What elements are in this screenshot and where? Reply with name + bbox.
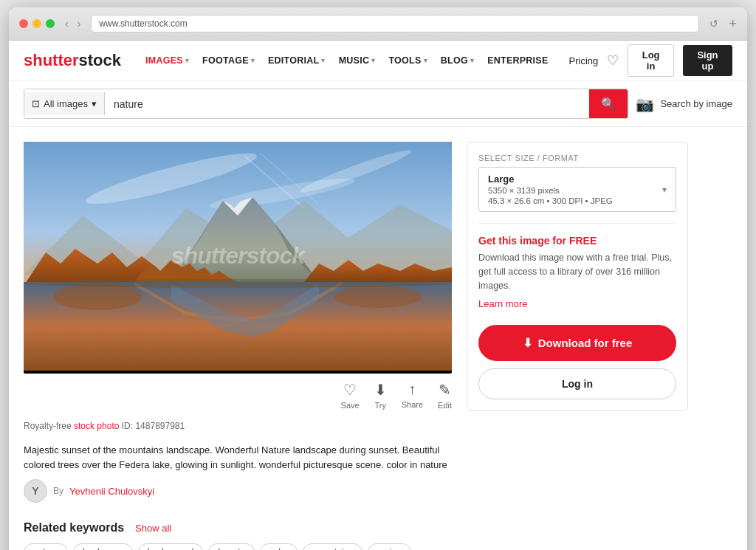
nav-label: BLOG	[441, 55, 468, 66]
back-button[interactable]: ‹	[62, 16, 72, 31]
search-filter-dropdown[interactable]: ⊡ All images ▾	[24, 92, 105, 115]
nav-label: FOOTAGE	[202, 55, 249, 66]
logo-shutter: shutter	[24, 51, 79, 70]
address-text: www.shutterstock.com	[99, 18, 187, 29]
search-input-wrapper: ⊡ All images ▾ 🔍	[24, 89, 628, 119]
share-icon: ↑	[408, 381, 416, 398]
download-icon: ⬇	[523, 336, 532, 350]
save-label: Save	[341, 401, 360, 410]
image-section: shutterstock ♡ Save ⬇ Try ↑ Share	[24, 142, 452, 550]
save-action[interactable]: ♡ Save	[341, 381, 360, 410]
size-info: Large 5350 × 3139 pixels 45.3 × 26.6 cm …	[488, 173, 613, 205]
nav-label: ENTERPRISE	[487, 55, 548, 66]
minimize-button[interactable]	[32, 19, 41, 28]
nav-right: Pricing ♡ Log in Sign up	[569, 44, 732, 77]
keywords-row-1: naturelandscapebackgroundbeautycalmmount…	[24, 543, 452, 550]
logo[interactable]: shutterstock	[24, 51, 121, 70]
size-name: Large	[488, 173, 613, 185]
nav-arrows: ‹ ›	[62, 16, 83, 31]
nav-item-music[interactable]: MUSIC ▾	[333, 51, 382, 70]
new-tab-button[interactable]: +	[729, 16, 737, 32]
traffic-lights	[19, 19, 55, 28]
close-button[interactable]	[19, 19, 28, 28]
edit-action[interactable]: ✎ Edit	[438, 381, 452, 410]
keyword-tag[interactable]: beauty	[208, 543, 254, 550]
royalty-free-label: Royalty-free	[24, 421, 72, 431]
maximize-button[interactable]	[46, 19, 55, 28]
nav-dropdown-arrow: ▾	[185, 57, 189, 64]
free-section: Get this image for FREE Download this im…	[478, 223, 676, 310]
search-bar-row: ⊡ All images ▾ 🔍 📷 Search by image	[9, 81, 747, 127]
nav-item-enterprise[interactable]: ENTERPRISE	[481, 51, 554, 70]
nav-dropdown-arrow: ▾	[371, 57, 375, 64]
login-button[interactable]: Log in	[628, 44, 674, 77]
main-image: shutterstock	[24, 142, 452, 371]
image-type-icon: ⊡	[32, 98, 40, 109]
size-cm: 45.3 × 26.6 cm • 300 DPI • JPEG	[488, 196, 613, 205]
free-title: Get this image for FREE	[478, 235, 676, 247]
site-header: shutterstock IMAGES ▾ FOOTAGE ▾ EDITORIA…	[9, 41, 747, 81]
nav-item-editorial[interactable]: EDITORIAL ▾	[262, 51, 331, 70]
keywords-section: Related keywords Show all naturelandscap…	[24, 521, 452, 550]
author-initial: Y	[32, 485, 38, 497]
author-avatar: Y	[24, 479, 47, 503]
camera-icon: 📷	[636, 95, 654, 113]
keyword-tag[interactable]: landscape	[73, 543, 133, 550]
pricing-link[interactable]: Pricing	[569, 55, 599, 66]
author-by-label: By	[53, 486, 63, 496]
free-description: Download this image now with a free tria…	[478, 251, 676, 292]
size-selector-dropdown[interactable]: Large 5350 × 3139 pixels 45.3 × 26.6 cm …	[478, 167, 676, 212]
keyword-tag[interactable]: mountains	[303, 543, 362, 550]
filter-arrow: ▾	[92, 98, 97, 109]
search-input[interactable]	[105, 92, 589, 116]
author-name-link[interactable]: Yevhenii Chulovskyi	[69, 486, 154, 497]
free-title-emphasis: FREE	[569, 235, 597, 247]
search-submit-button[interactable]: 🔍	[589, 89, 628, 118]
learn-more-link[interactable]: Learn more	[478, 298, 527, 309]
nav-item-blog[interactable]: BLOG ▾	[435, 51, 480, 70]
logo-stock: stock	[79, 51, 121, 70]
svg-point-17	[53, 283, 142, 310]
edit-label: Edit	[438, 401, 452, 410]
login-large-button[interactable]: Log in	[478, 368, 676, 399]
signup-button[interactable]: Sign up	[683, 45, 732, 76]
share-action[interactable]: ↑ Share	[402, 381, 423, 410]
keyword-tag[interactable]: background	[138, 543, 204, 550]
nav-label: EDITORIAL	[268, 55, 319, 66]
try-action[interactable]: ⬇ Try	[374, 381, 387, 410]
nav-item-tools[interactable]: TOOLS ▾	[382, 51, 433, 70]
try-label: Try	[374, 401, 385, 410]
nav-item-footage[interactable]: FOOTAGE ▾	[196, 51, 261, 70]
id-label: ID:	[122, 421, 133, 431]
wishlist-icon[interactable]: ♡	[607, 52, 619, 69]
download-label: Download for free	[538, 337, 633, 349]
keywords-header: Related keywords Show all	[24, 521, 452, 534]
browser-window: ‹ › www.shutterstock.com ↺ + shutterstoc…	[9, 7, 747, 550]
show-all-link[interactable]: Show all	[135, 523, 171, 534]
address-bar[interactable]: www.shutterstock.com	[91, 15, 699, 32]
nav-dropdown-arrow: ▾	[470, 57, 474, 64]
browser-titlebar: ‹ › www.shutterstock.com ↺ +	[9, 7, 747, 41]
forward-button[interactable]: ›	[75, 16, 84, 31]
heart-icon: ♡	[343, 381, 357, 399]
search-by-image[interactable]: 📷 Search by image	[636, 95, 732, 113]
nav-item-images[interactable]: IMAGES ▾	[140, 51, 195, 70]
keyword-tag[interactable]: calm	[260, 543, 298, 550]
stock-photo-link[interactable]: stock photo	[74, 421, 122, 431]
share-label: Share	[402, 400, 423, 409]
svg-point-19	[24, 279, 452, 288]
nav-dropdown-arrow: ▾	[251, 57, 255, 64]
image-info: Royalty-free stock photo ID: 1487897981	[24, 417, 452, 439]
keyword-tag[interactable]: nature	[24, 543, 68, 550]
nav-label: IMAGES	[145, 55, 183, 66]
refresh-button[interactable]: ↺	[709, 18, 718, 30]
size-format-label: Select size / format	[478, 154, 676, 162]
download-free-button[interactable]: ⬇ Download for free	[478, 325, 676, 361]
nav-label: MUSIC	[339, 55, 370, 66]
search-by-image-label: Search by image	[660, 98, 732, 109]
download-try-icon: ⬇	[374, 381, 387, 399]
svg-point-18	[334, 286, 422, 308]
filter-label: All images	[44, 98, 88, 109]
main-image-container: shutterstock	[24, 142, 452, 374]
keyword-tag[interactable]: spring	[368, 543, 411, 550]
